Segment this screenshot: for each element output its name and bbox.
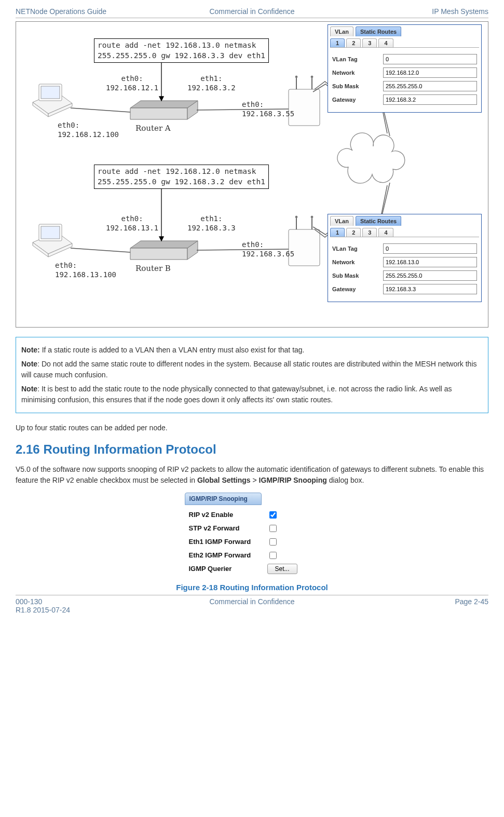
igmp-rip-snooping-panel: IGMP/RIP Snooping RIP v2 Enable STP v2 F… xyxy=(185,493,320,580)
submask-input[interactable] xyxy=(383,81,477,91)
eth2-igmp-label: Eth2 IGMP Forward xyxy=(189,551,264,559)
rip-enable-checkbox[interactable] xyxy=(269,511,277,519)
route-command-b: route add -net 192.168.12.0 netmask255.2… xyxy=(94,165,269,189)
svg-point-13 xyxy=(311,216,313,218)
page-footer: 000-130R1.8 2015-07-24 Commercial in Con… xyxy=(16,595,488,616)
vlan-tab[interactable]: VLan xyxy=(330,216,353,226)
header-left: NETNode Operations Guide xyxy=(16,7,172,16)
footer-left: 000-130R1.8 2015-07-24 xyxy=(16,597,172,614)
svg-rect-1 xyxy=(41,86,60,99)
route-tab-3[interactable]: 3 xyxy=(362,228,377,237)
static-routes-tab[interactable]: Static Routes xyxy=(356,216,401,226)
body-paragraph-1: Up to four static routes can be added pe… xyxy=(16,423,488,433)
note-3: Note: It is best to add the static route… xyxy=(21,384,483,405)
submask-label: Sub Mask xyxy=(332,83,379,89)
stp-forward-checkbox[interactable] xyxy=(269,525,277,532)
static-routes-panel-b: VLan Static Routes 1 2 3 4 VLan Tag Netw… xyxy=(328,214,482,302)
network-label: Network xyxy=(332,70,379,76)
submask-input[interactable] xyxy=(383,270,477,281)
gateway-input[interactable] xyxy=(383,284,477,294)
eth1-igmp-checkbox[interactable] xyxy=(269,538,277,546)
route-tab-1[interactable]: 1 xyxy=(330,228,345,237)
route-tab-2[interactable]: 2 xyxy=(346,228,361,237)
vlan-tag-input[interactable] xyxy=(383,54,477,64)
rip-enable-label: RIP v2 Enable xyxy=(189,511,264,519)
gateway-label: Gateway xyxy=(332,97,379,103)
svg-line-14 xyxy=(71,108,130,112)
network-input[interactable] xyxy=(383,257,477,267)
footer-right: Page 2-45 xyxy=(332,597,488,614)
vlan-tag-label: VLan Tag xyxy=(332,56,379,62)
node-b-label: eth0:192.168.3.65 xyxy=(242,240,294,258)
route-tab-1[interactable]: 1 xyxy=(330,38,345,47)
gateway-label: Gateway xyxy=(332,286,379,292)
section-heading: 2.16 Routing Information Protocol xyxy=(16,442,488,457)
figure-caption: Figure 2-18 Routing Information Protocol xyxy=(16,583,488,592)
gateway-input[interactable] xyxy=(383,94,477,105)
router-a-eth0-label: eth0:192.168.12.1 xyxy=(106,74,158,92)
router-a-eth1-label: eth1:192.168.3.2 xyxy=(187,74,236,92)
network-diagram: route add -net 192.168.13.0 netmask255.2… xyxy=(16,21,488,328)
laptop-b-label: eth0:192.168.13.100 xyxy=(55,261,116,279)
footer-center: Commercial in Confidence xyxy=(174,597,330,614)
router-b-eth1-label: eth1:192.168.3.3 xyxy=(187,214,236,233)
router-b-eth0-label: eth0:192.168.13.1 xyxy=(106,214,158,233)
snooping-panel-title: IGMP/RIP Snooping xyxy=(185,493,262,505)
router-a-name: Router A xyxy=(135,124,171,134)
eth1-igmp-label: Eth1 IGMP Forward xyxy=(189,538,264,546)
submask-label: Sub Mask xyxy=(332,273,379,279)
vlan-tag-input[interactable] xyxy=(383,243,477,254)
route-tab-4[interactable]: 4 xyxy=(378,38,393,47)
static-routes-tab[interactable]: Static Routes xyxy=(356,26,401,36)
set-button[interactable]: Set... xyxy=(267,564,297,574)
network-label: Network xyxy=(332,259,379,265)
svg-line-16 xyxy=(71,248,130,252)
vlan-tag-label: VLan Tag xyxy=(332,246,379,252)
svg-point-7 xyxy=(295,76,297,78)
node-a-label: eth0:192.168.3.55 xyxy=(242,100,294,118)
eth2-igmp-checkbox[interactable] xyxy=(269,552,277,559)
igmp-querier-label: IGMP Querier xyxy=(189,565,264,573)
header-right: IP Mesh Systems xyxy=(332,7,488,16)
route-tab-4[interactable]: 4 xyxy=(378,228,393,237)
vlan-tab[interactable]: VLan xyxy=(330,26,353,36)
notes-box: Note: If a static route is added to a VL… xyxy=(16,337,488,413)
svg-point-8 xyxy=(311,76,313,78)
route-command-a: route add -net 192.168.13.0 netmask255.2… xyxy=(94,38,269,63)
svg-point-12 xyxy=(295,216,297,218)
laptop-a-label: eth0:192.168.12.100 xyxy=(58,120,119,139)
svg-rect-3 xyxy=(41,226,60,239)
router-b-name: Router B xyxy=(135,264,171,274)
note-2: Note: Do not add the same static route t… xyxy=(21,359,483,380)
page-header: NETNode Operations Guide Commercial in C… xyxy=(16,5,488,18)
network-input[interactable] xyxy=(383,67,477,78)
stp-forward-label: STP v2 Forward xyxy=(189,524,264,532)
body-paragraph-2: V5.0 of the software now supports snoopi… xyxy=(16,464,488,485)
header-center: Commercial in Confidence xyxy=(174,7,330,16)
route-tab-2[interactable]: 2 xyxy=(346,38,361,47)
note-1: Note: If a static route is added to a VL… xyxy=(21,345,483,356)
static-routes-panel-a: VLan Static Routes 1 2 3 4 VLan Tag Netw… xyxy=(328,24,482,113)
route-tab-3[interactable]: 3 xyxy=(362,38,377,47)
